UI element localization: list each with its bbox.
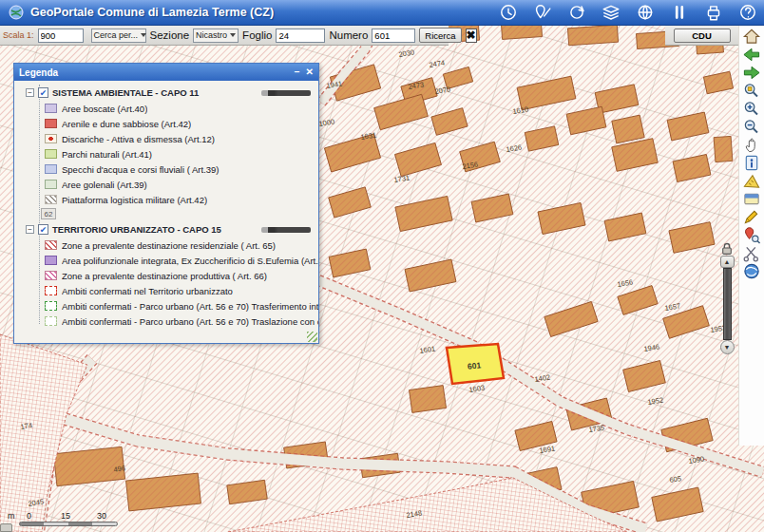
numero-input[interactable] — [372, 28, 415, 43]
close-search-icon[interactable]: ✖ — [466, 28, 477, 43]
legend-minimize-button[interactable]: − — [295, 67, 300, 77]
cut-button[interactable] — [740, 244, 763, 262]
clock-icon[interactable] — [498, 2, 519, 23]
slider-track[interactable] — [723, 268, 732, 340]
layers-icon[interactable] — [601, 2, 621, 23]
print-icon[interactable] — [703, 2, 724, 23]
layer-checkbox[interactable]: ✔ — [38, 87, 48, 98]
legend-item[interactable]: Aree golenali (Art.39) — [14, 177, 318, 192]
legend-item-label: Arenile e dune sabbiose (Art.42) — [62, 119, 191, 129]
legend-item[interactable]: Specchi d'acqua e corsi fluviali ( Art.3… — [14, 162, 318, 177]
foglio-input[interactable] — [276, 28, 325, 43]
nav-back-button[interactable] — [740, 46, 763, 64]
chevron-down-icon — [230, 33, 236, 37]
slider-down-button[interactable]: ▼ — [720, 340, 735, 354]
legend-swatch-icon — [45, 316, 57, 326]
map-opacity-slider: ▲ ▼ — [716, 241, 737, 354]
sezione-select-value: Nicastro — [196, 30, 227, 40]
tree-collapse-icon[interactable]: − — [26, 225, 34, 234]
legend-swatch-icon — [45, 119, 57, 128]
overview-button[interactable] — [740, 262, 763, 280]
legend-item-label: Discariche - Attiva e dismessa (Art.12) — [62, 134, 215, 144]
legend-item-label: Ambiti confermati - Parco urbano (Art. 5… — [62, 301, 318, 312]
edit-button[interactable] — [740, 208, 763, 226]
layer-opacity-slider[interactable] — [261, 227, 311, 233]
page-title: GeoPortale Comune di Lamezia Terme (CZ) — [30, 6, 274, 19]
home-button[interactable] — [740, 28, 763, 46]
legend-swatch-icon — [45, 286, 57, 295]
legend-item[interactable]: Richiesta trasferimento — [14, 329, 318, 330]
zoom-out-button[interactable] — [740, 118, 763, 136]
lock-icon[interactable] — [719, 241, 735, 256]
legend-item-label: Parchi naturali (Art.41) — [62, 149, 152, 160]
tree-collapse-icon[interactable]: − — [26, 88, 34, 97]
corner-badge-icon[interactable] — [0, 523, 12, 532]
legend-item[interactable]: Aree boscate (Art.40) — [14, 101, 318, 116]
title-bar: GeoPortale Comune di Lamezia Terme (CZ) — [0, 0, 764, 26]
cdu-button[interactable]: CDU — [674, 28, 731, 43]
legend-swatch-icon — [45, 271, 57, 280]
marker-edit-icon[interactable] — [532, 2, 553, 23]
legend-item[interactable]: Ambiti confermati - Parco urbano (Art. 5… — [14, 298, 318, 314]
zoom-extent-button[interactable] — [740, 82, 763, 100]
refresh-globe-icon[interactable] — [566, 2, 587, 23]
legend-item[interactable]: Parchi naturali (Art.41) — [14, 146, 318, 162]
legend-item[interactable]: Zone a prevalente destinazione residenzi… — [14, 238, 318, 253]
legend-item-label: Ambiti confermati - Parco urbano (Art. 5… — [62, 316, 318, 327]
legend-swatch-icon — [45, 164, 57, 174]
cerca-select-value: Cerca per... — [94, 30, 139, 40]
pan-button[interactable] — [740, 136, 763, 154]
zoom-in-button[interactable] — [740, 100, 763, 118]
legend-item[interactable]: Area polifunzionale integrata, Ex Zucche… — [14, 253, 318, 268]
selected-parcel[interactable]: 601 — [447, 344, 504, 384]
cerca-select[interactable]: Cerca per... — [91, 28, 146, 43]
selected-parcel-label: 601 — [467, 360, 481, 370]
card-button[interactable] — [740, 190, 763, 208]
scale-tick-30: 30 — [97, 511, 106, 521]
map-toolbar — [738, 26, 764, 446]
numero-label: Numero — [329, 29, 368, 41]
scala-label: Scala 1: — [3, 30, 34, 40]
scale-bar-graphic — [19, 522, 118, 526]
pause-icon[interactable] — [669, 2, 690, 23]
search-location-button[interactable] — [740, 226, 763, 244]
legend-item[interactable]: Piattaforma logistica militare (Art.42) — [14, 192, 318, 207]
scala-input[interactable] — [38, 28, 84, 43]
legend-section-label: TERRITORIO URBANIZZATO - CAPO 15 — [52, 224, 221, 235]
legend-item[interactable]: Zone a prevalente destinazione produttiv… — [14, 268, 318, 283]
legend-item-label: Specchi d'acqua e corsi fluviali ( Art.3… — [62, 164, 220, 175]
ricerca-button[interactable]: Ricerca — [419, 28, 461, 43]
legend-resize-handle[interactable] — [307, 332, 317, 342]
legend-item[interactable]: Ambiti confermati - Parco urbano (Art. 5… — [14, 314, 318, 329]
legend-header[interactable]: Legenda − ✕ — [14, 64, 318, 81]
cdu-toolbar: CDU — [665, 26, 738, 46]
legend-item[interactable]: Arenile e dune sabbiose (Art.42) — [14, 116, 318, 131]
legend-item-label: Zone a prevalente destinazione residenzi… — [62, 240, 276, 251]
scale-tick-0: 0 — [27, 511, 31, 521]
legend-item-label: Aree golenali (Art.39) — [62, 180, 147, 190]
layer-checkbox[interactable]: ✔ — [38, 224, 48, 235]
legend-item-label: Area polifunzionale integrata, Ex Zucche… — [62, 256, 318, 266]
legend-item[interactable]: Discariche - Attiva e dismessa (Art.12) — [14, 131, 318, 146]
layer-opacity-slider[interactable] — [261, 90, 311, 96]
legend-swatch-icon — [45, 134, 57, 143]
legend-close-icon[interactable]: ✕ — [306, 67, 314, 77]
legend-section-header: −✔SISTEMA AMBIENTALE - CAPO 11 — [14, 84, 318, 101]
legend-swatch-icon — [45, 104, 57, 113]
slider-up-button[interactable]: ▲ — [720, 256, 735, 268]
legend-section-label: SISTEMA AMBIENTALE - CAPO 11 — [52, 87, 199, 98]
legend-swatch-icon — [45, 180, 57, 189]
legend-item-label: Ambiti confermati nel Territorio urbaniz… — [62, 286, 233, 296]
nav-forward-button[interactable] — [740, 64, 763, 82]
search-toolbar: Scala 1: Cerca per... Sezione Nicastro F… — [0, 26, 449, 46]
globe-icon[interactable] — [635, 2, 656, 23]
foglio-label: Foglio — [242, 29, 272, 41]
sezione-label: Sezione — [150, 29, 190, 41]
legend-swatch-icon — [45, 301, 57, 311]
help-icon[interactable] — [737, 2, 758, 23]
legend-item[interactable]: Ambiti confermati nel Territorio urbaniz… — [14, 283, 318, 298]
measure-button[interactable] — [740, 172, 763, 190]
identify-button[interactable] — [740, 154, 763, 172]
legend-body: −✔SISTEMA AMBIENTALE - CAPO 11Aree bosca… — [14, 81, 318, 330]
sezione-select[interactable]: Nicastro — [193, 28, 239, 43]
